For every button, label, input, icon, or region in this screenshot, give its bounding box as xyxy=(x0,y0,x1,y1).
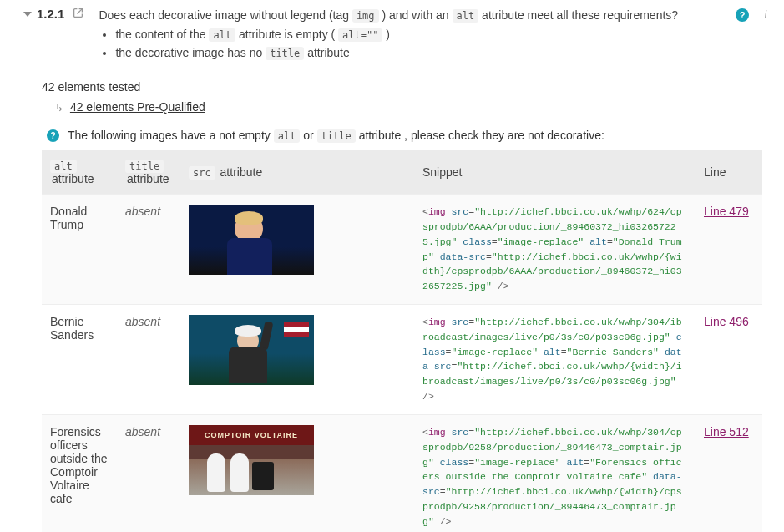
cell-snippet: <img src="http://ichef.bbci.co.uk/wwhp/3… xyxy=(414,305,695,415)
code-src: src xyxy=(189,166,215,180)
thumbnail-image: COMPTOIR VOLTAIRE xyxy=(189,425,314,495)
elements-tested-count: 42 elements tested xyxy=(0,68,784,99)
table-row: Forensics officers outside the Comptoir … xyxy=(42,414,762,532)
code-alt: alt xyxy=(453,9,479,23)
req-text: the content of the xyxy=(115,28,209,41)
help-icon[interactable]: ? xyxy=(47,129,59,142)
cell-snippet: <img src="http://ichef.bbci.co.uk/wwhp/6… xyxy=(414,195,695,305)
cell-title: absent xyxy=(117,305,180,415)
info-icon[interactable]: i xyxy=(759,8,772,22)
table-row: Bernie Sandersabsent<img src="http://ich… xyxy=(42,305,762,415)
code-img: img xyxy=(352,9,379,23)
col-label: attribute xyxy=(220,165,263,179)
code-snippet: <img src="http://ichef.bbci.co.uk/wwhp/3… xyxy=(422,315,687,404)
info-part: attribute , please check they are not de… xyxy=(359,129,604,142)
sub-arrow-icon: ↳ xyxy=(55,102,63,114)
cell-alt: Bernie Sanders xyxy=(42,305,117,415)
cell-line: Line 479 xyxy=(695,195,762,305)
code-snippet: <img src="http://ichef.bbci.co.uk/wwhp/3… xyxy=(422,425,687,529)
col-title: title attribute xyxy=(117,150,180,195)
table-row: Donald Trumpabsent<img src="http://ichef… xyxy=(42,195,762,305)
col-label: attribute xyxy=(127,172,169,185)
rule-q-part: attribute meet all these requirements? xyxy=(482,8,678,22)
header-action-icons: ? i xyxy=(736,8,772,22)
col-snippet: Snippet xyxy=(414,150,695,195)
col-line: Line xyxy=(695,150,762,195)
code-title: title xyxy=(125,160,164,173)
code-alt: alt xyxy=(50,160,77,173)
rule-question: Does each decorative image without legen… xyxy=(99,7,736,62)
rule-q-part: ) and with an xyxy=(382,8,452,22)
cell-src: COMPTOIR VOLTAIRE xyxy=(180,414,414,532)
req-text: the decorative image has no xyxy=(115,46,266,59)
line-link[interactable]: Line 479 xyxy=(704,205,749,218)
code-alt: alt xyxy=(274,129,301,143)
rule-panel: 1.2.1 Does each decorative image without… xyxy=(0,7,784,532)
help-icon[interactable]: ? xyxy=(736,8,749,22)
col-alt: alt attribute xyxy=(42,150,117,195)
info-part: or xyxy=(303,129,316,142)
rule-header: 1.2.1 Does each decorative image without… xyxy=(0,7,784,68)
cell-src xyxy=(180,195,414,305)
code-title: title xyxy=(266,47,304,60)
results-table: alt attribute title attribute src attrib… xyxy=(42,150,762,532)
cell-alt: Donald Trump xyxy=(42,195,117,305)
rule-requirements: the content of the alt attribute is empt… xyxy=(99,26,726,61)
col-src: src attribute xyxy=(180,150,414,195)
rule-id: 1.2.1 xyxy=(37,7,64,21)
req-text: attribute xyxy=(307,46,350,59)
req-text: attribute is empty ( xyxy=(239,28,338,41)
cell-line: Line 496 xyxy=(695,305,762,415)
cell-title: absent xyxy=(117,195,180,305)
col-label: attribute xyxy=(52,172,94,185)
prequalified-row: ↳ 42 elements Pre-Qualified xyxy=(0,99,784,125)
cell-snippet: <img src="http://ichef.bbci.co.uk/wwhp/3… xyxy=(414,414,695,532)
code-alt-empty: alt="" xyxy=(338,28,382,42)
line-link[interactable]: Line 496 xyxy=(704,315,749,328)
requirement-item: the decorative image has no title attrib… xyxy=(115,44,726,61)
info-text: The following images have a not empty al… xyxy=(68,129,604,142)
cell-line: Line 512 xyxy=(695,414,762,532)
info-part: The following images have a not empty xyxy=(68,129,274,142)
cell-src xyxy=(180,305,414,415)
info-message: ? The following images have a not empty … xyxy=(0,125,784,150)
code-snippet: <img src="http://ichef.bbci.co.uk/wwhp/6… xyxy=(422,205,687,294)
code-title: title xyxy=(317,129,356,143)
table-header-row: alt attribute title attribute src attrib… xyxy=(42,150,762,195)
cell-alt: Forensics officers outside the Comptoir … xyxy=(42,414,117,532)
prequalified-link[interactable]: 42 elements Pre-Qualified xyxy=(70,100,205,114)
collapse-caret-icon[interactable] xyxy=(23,12,32,17)
thumbnail-image xyxy=(189,315,314,385)
line-link[interactable]: Line 512 xyxy=(704,425,749,438)
code-alt: alt xyxy=(209,28,235,42)
req-text: ) xyxy=(386,28,390,41)
external-link-icon[interactable] xyxy=(73,8,83,21)
rule-q-part: Does each decorative image without legen… xyxy=(99,8,352,22)
cell-title: absent xyxy=(117,414,180,532)
thumbnail-image xyxy=(189,205,314,275)
requirement-item: the content of the alt attribute is empt… xyxy=(115,26,726,43)
